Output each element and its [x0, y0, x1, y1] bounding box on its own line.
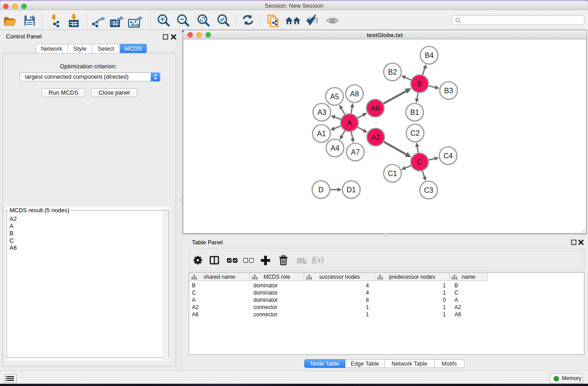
svg-text:B1: B1 — [410, 109, 419, 116]
svg-text:A1: A1 — [317, 130, 326, 138]
svg-text:A: A — [347, 119, 352, 127]
svg-text:A4: A4 — [330, 144, 339, 152]
svg-text:C2: C2 — [411, 129, 420, 137]
svg-text:D: D — [318, 186, 324, 194]
svg-text:A2: A2 — [371, 133, 380, 141]
svg-text:B4: B4 — [425, 52, 434, 59]
svg-text:A6: A6 — [371, 105, 380, 112]
svg-text:A5: A5 — [330, 93, 339, 100]
svg-text:A8: A8 — [350, 90, 359, 98]
svg-text:C1: C1 — [388, 170, 397, 177]
svg-text:D1: D1 — [347, 186, 356, 194]
svg-text:B: B — [417, 80, 422, 88]
svg-text:C4: C4 — [444, 152, 453, 160]
svg-text:A3: A3 — [317, 109, 326, 116]
svg-text:B2: B2 — [388, 68, 397, 76]
svg-text:C: C — [417, 158, 422, 166]
svg-text:B3: B3 — [444, 87, 453, 95]
svg-text:A7: A7 — [351, 148, 360, 156]
svg-text:C3: C3 — [424, 186, 434, 194]
